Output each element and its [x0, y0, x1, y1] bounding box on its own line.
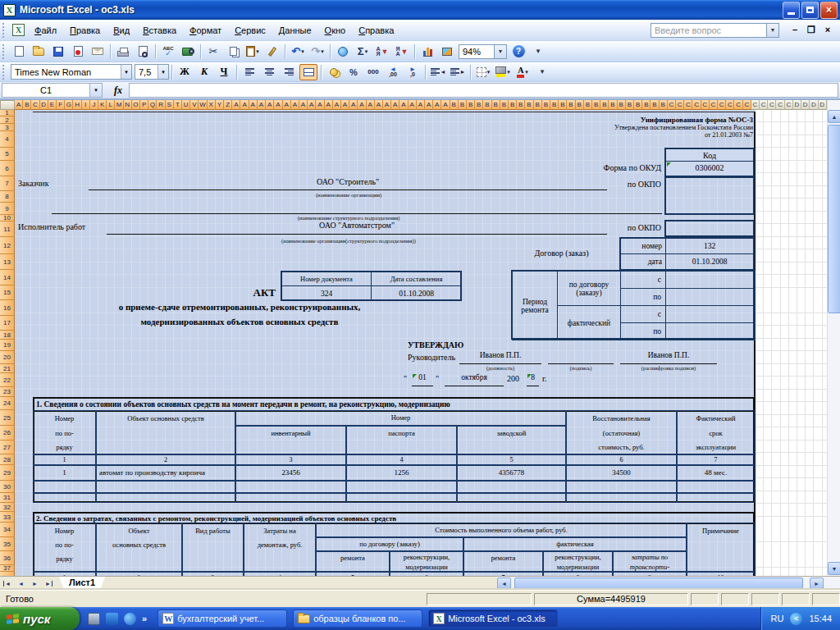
t1-empty-cell[interactable]	[96, 481, 235, 493]
structural-unit-line[interactable]	[52, 202, 662, 214]
sheet-tab-list1[interactable]: Лист1	[59, 577, 105, 590]
contract-number-value[interactable]: 132	[665, 238, 754, 254]
task-button-excel[interactable]: X Microsoft Excel - ос3.xls	[428, 609, 558, 628]
okpo-box-1[interactable]	[664, 176, 755, 215]
doc-number-label[interactable]: Номер документа	[281, 272, 372, 286]
horizontal-scroll-thumb[interactable]	[514, 578, 803, 589]
date-day-cell[interactable]: 01	[412, 373, 433, 386]
next-sheet-button[interactable]: ►	[28, 578, 42, 589]
period-from-1[interactable]: с	[620, 271, 666, 289]
t1-data-cell[interactable]: 23456	[235, 465, 346, 481]
t1-header-number-group[interactable]: Номер	[235, 410, 566, 426]
t1-header-factory[interactable]: заводской	[457, 426, 566, 454]
doc-date-value[interactable]: 01.10.2008	[371, 285, 462, 301]
approve-signature-line[interactable]	[548, 351, 614, 364]
quick-launch-icon-1[interactable]	[88, 613, 100, 625]
approve-name-2[interactable]: Иванов П.П.	[620, 351, 717, 364]
t1-empty-cell[interactable]	[346, 481, 457, 493]
last-sheet-button[interactable]: ►	[42, 578, 56, 589]
t1-data-cell[interactable]: автомат по производству кирпича	[96, 465, 235, 481]
t1-colnum-7[interactable]: 7	[677, 454, 755, 465]
first-sheet-button[interactable]: ◄	[0, 578, 14, 589]
t1-header-cost[interactable]: Восстановительная(остаточная)стоимость, …	[566, 410, 677, 454]
language-indicator[interactable]: RU	[771, 614, 784, 623]
t1-header-object[interactable]: Объект основных средств	[96, 410, 235, 454]
t1-empty-cell[interactable]	[33, 493, 96, 503]
t2-header-reconstruction-2[interactable]: реконструкции,модернизации	[543, 551, 613, 572]
t1-empty-cell[interactable]	[33, 481, 96, 493]
period-label-cell[interactable]: Периодремонта	[512, 271, 558, 340]
start-button[interactable]: пуск	[0, 607, 80, 630]
vertical-scrollbar[interactable]: ▲ ▼	[827, 100, 840, 576]
t1-empty-cell[interactable]	[346, 493, 457, 503]
t1-header-term[interactable]: Фактическийсрокэксплуатации	[677, 410, 755, 454]
t1-data-cell[interactable]: 48 мес.	[677, 465, 755, 481]
t1-colnum-4[interactable]: 4	[346, 454, 457, 465]
t1-colnum-3[interactable]: 3	[235, 454, 346, 465]
period-value-cell[interactable]	[665, 305, 756, 323]
t1-data-cell[interactable]: 4356778	[457, 465, 566, 481]
quick-launch-more-icon[interactable]: »	[142, 614, 147, 623]
t2-header-by-contract[interactable]: по договору (заказу)	[316, 537, 463, 551]
t2-header-worktype[interactable]: Вид работы	[182, 523, 244, 572]
t2-header-transport[interactable]: затраты потранспорти-	[613, 551, 687, 572]
date-year-digit-cell[interactable]: 8	[527, 373, 539, 386]
contract-date-value[interactable]: 01.10.2008	[665, 253, 754, 270]
kod-label-cell[interactable]: Код	[666, 149, 753, 162]
t1-colnum-5[interactable]: 5	[457, 454, 566, 465]
okud-value-cell[interactable]: 0306002	[666, 162, 753, 175]
t1-empty-cell[interactable]	[677, 493, 755, 503]
t2-header-repair-1[interactable]: ремонта	[316, 551, 390, 572]
period-to-1[interactable]: по	[620, 288, 666, 306]
t2-header-dismantling[interactable]: Затраты надемонтаж, руб.	[244, 523, 316, 572]
t1-empty-cell[interactable]	[457, 493, 566, 503]
t2-header-repair-2[interactable]: ремонта	[463, 551, 543, 572]
t1-colnum-2[interactable]: 2	[96, 454, 235, 465]
hide-icons-button[interactable]: <	[790, 613, 802, 625]
previous-sheet-button[interactable]: ◄	[14, 578, 28, 589]
t2-header-cost-group[interactable]: Стоимость выполненного объема работ, руб…	[316, 523, 687, 537]
t1-empty-cell[interactable]	[96, 493, 235, 503]
t1-empty-cell[interactable]	[235, 481, 346, 493]
task-button-folder[interactable]: образцы бланков по...	[293, 609, 422, 628]
task-button-word[interactable]: W бухгалтерский учет...	[158, 609, 287, 628]
t2-header-object[interactable]: Объектосновных средств	[96, 523, 182, 572]
date-month-cell[interactable]: октября	[445, 373, 504, 386]
contract-date-label[interactable]: дата	[620, 253, 666, 270]
t1-header-inventory[interactable]: инвентарный	[235, 426, 346, 454]
okpo-box-2[interactable]	[664, 220, 755, 237]
executor-value[interactable]: ОАО "Автоматстром"	[107, 221, 607, 235]
t2-header-reconstruction-1[interactable]: реконструкции,модернизации	[390, 551, 463, 572]
t2-header-number[interactable]: Номерпо по-рядку	[33, 523, 96, 572]
t1-colnum-6[interactable]: 6	[566, 454, 677, 465]
contract-number-label[interactable]: номер	[620, 238, 666, 254]
horizontal-scrollbar[interactable]: ◄ ►	[497, 577, 840, 591]
t1-header-passport[interactable]: паспорта	[346, 426, 457, 454]
period-by-contract-cell[interactable]: по договору(заказу)	[557, 271, 621, 306]
scroll-right-button[interactable]: ►	[810, 578, 824, 590]
period-from-2[interactable]: с	[620, 305, 666, 323]
t1-header-number[interactable]: Номерпо по-рядку	[33, 410, 96, 454]
period-value-cell[interactable]	[665, 322, 756, 340]
t2-header-note[interactable]: Примечание	[687, 523, 755, 572]
t1-data-cell[interactable]: 1	[33, 465, 96, 481]
t2-header-actual[interactable]: фактическая	[463, 537, 687, 551]
vertical-scroll-thumb[interactable]	[828, 125, 840, 313]
quick-launch-icon-3[interactable]	[124, 613, 136, 625]
doc-date-label[interactable]: Дата составления	[371, 272, 462, 286]
approve-name-1[interactable]: Иванов П.П.	[459, 351, 541, 364]
period-actual-cell[interactable]: фактический	[557, 305, 621, 340]
scroll-up-button[interactable]: ▲	[828, 110, 840, 123]
scroll-left-button[interactable]: ◄	[497, 578, 511, 590]
t1-empty-cell[interactable]	[677, 481, 755, 493]
t1-data-cell[interactable]: 34500	[566, 465, 677, 481]
doc-number-value[interactable]: 324	[281, 285, 372, 301]
t1-empty-cell[interactable]	[235, 493, 346, 503]
t1-empty-cell[interactable]	[457, 481, 566, 493]
t1-colnum-1[interactable]: 1	[33, 454, 96, 465]
grid-background-unused[interactable]	[756, 110, 827, 576]
customer-value[interactable]: ОАО "Строитель"	[89, 177, 607, 190]
period-to-2[interactable]: по	[620, 322, 666, 340]
scroll-down-button[interactable]: ▼	[828, 562, 840, 575]
t1-empty-cell[interactable]	[566, 481, 677, 493]
